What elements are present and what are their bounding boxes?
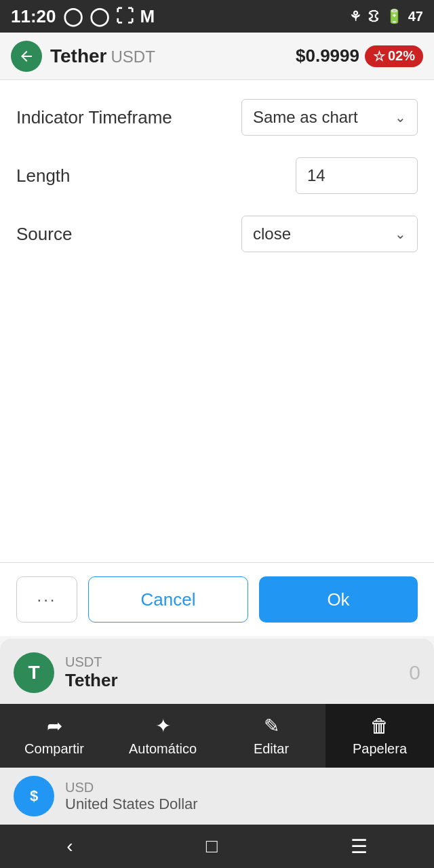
usd-icon: $ xyxy=(14,776,54,816)
coin-row: T USDT Tether 0 xyxy=(14,652,420,704)
status-time: 11:20 xyxy=(11,6,56,27)
mail-icon: M xyxy=(140,6,155,27)
status-bar-right: ⚘ ⛻ 🔋 47 xyxy=(349,8,423,24)
nav-back-icon[interactable]: ‹ xyxy=(46,829,93,864)
fb-icon-2: ◯ xyxy=(90,6,109,27)
editar-button[interactable]: ✎ Editar xyxy=(217,704,326,768)
ok-label: Ok xyxy=(327,589,349,610)
nav-bar: ‹ □ ☰ xyxy=(0,825,434,868)
usd-info: USD United States Dollar xyxy=(65,780,198,813)
fb-icon-1: ◯ xyxy=(63,6,83,27)
source-row: Source close ⌄ xyxy=(16,216,418,252)
edit-icon: ✎ xyxy=(264,715,279,737)
app-bar: Tether USDT $0.9999 ☆ 02% xyxy=(0,33,434,80)
cancel-label: Cancel xyxy=(141,589,196,610)
trash-icon: 🗑 xyxy=(370,715,389,737)
back-button[interactable] xyxy=(11,41,42,72)
app-title-sub: USDT xyxy=(111,47,155,66)
usd-ticker: USD xyxy=(65,780,198,795)
signal-icon: ⛻ xyxy=(367,9,380,24)
share-icon: ➦ xyxy=(47,715,62,737)
papelera-button[interactable]: 🗑 Papelera xyxy=(326,704,434,768)
source-select[interactable]: close ⌄ xyxy=(241,216,418,252)
length-row: Length xyxy=(16,157,418,194)
indicator-timeframe-label: Indicator Timeframe xyxy=(16,107,172,128)
app-bar-right: $0.9999 ☆ 02% xyxy=(296,45,423,67)
indicator-timeframe-value: Same as chart xyxy=(253,108,358,127)
ok-button[interactable]: Ok xyxy=(259,576,418,623)
gallery-icon: ⛶ xyxy=(116,6,134,27)
wifi-icon: ⚘ xyxy=(349,8,361,24)
star-icon: ☆ xyxy=(373,48,385,64)
status-bar: 11:20 ◯ ◯ ⛶ M ⚘ ⛻ 🔋 47 xyxy=(0,0,434,33)
coin-ticker: USDT xyxy=(65,654,398,670)
more-icon: ··· xyxy=(37,590,56,609)
badge-button[interactable]: ☆ 02% xyxy=(365,45,423,67)
automatico-button[interactable]: ✦ Automático xyxy=(108,704,217,768)
battery-level: 47 xyxy=(408,9,423,24)
source-label: Source xyxy=(16,224,72,245)
automatico-label: Automático xyxy=(129,741,197,757)
usd-name: United States Dollar xyxy=(65,795,198,813)
nav-menu-icon[interactable]: ☰ xyxy=(330,829,388,865)
auto-icon: ✦ xyxy=(155,715,171,737)
action-bar: ··· Cancel Ok xyxy=(0,562,434,636)
nav-home-icon[interactable]: □ xyxy=(186,829,238,864)
bottom-card: T USDT Tether 0 xyxy=(0,639,434,704)
app-title-main: Tether xyxy=(50,45,107,67)
price-label: $0.9999 xyxy=(296,45,359,66)
status-bar-left: 11:20 ◯ ◯ ⛶ M xyxy=(11,6,155,27)
app-bar-title: Tether USDT xyxy=(50,45,288,67)
indicator-timeframe-select[interactable]: Same as chart ⌄ xyxy=(241,99,418,136)
coin-zero: 0 xyxy=(409,661,420,684)
tether-icon: T xyxy=(14,652,54,693)
second-coin-row: $ USD United States Dollar xyxy=(0,768,434,825)
form-area: Indicator Timeframe Same as chart ⌄ Leng… xyxy=(0,80,434,562)
source-value: close xyxy=(253,224,291,243)
battery-icon: 🔋 xyxy=(386,8,403,24)
compartir-label: Compartir xyxy=(24,741,84,757)
length-input[interactable] xyxy=(296,157,418,194)
coin-name: Tether xyxy=(65,670,398,691)
badge-percent: 02% xyxy=(388,48,415,64)
more-button[interactable]: ··· xyxy=(16,576,77,623)
length-label: Length xyxy=(16,165,71,186)
coin-info: USDT Tether xyxy=(65,654,398,691)
papelera-label: Papelera xyxy=(353,741,407,757)
bottom-actions: ➦ Compartir ✦ Automático ✎ Editar 🗑 Pape… xyxy=(0,704,434,768)
indicator-timeframe-row: Indicator Timeframe Same as chart ⌄ xyxy=(16,99,418,136)
chevron-down-icon: ⌄ xyxy=(395,109,406,125)
editar-label: Editar xyxy=(254,741,289,757)
chevron-down-icon-2: ⌄ xyxy=(395,226,406,242)
cancel-button[interactable]: Cancel xyxy=(88,576,248,623)
compartir-button[interactable]: ➦ Compartir xyxy=(0,704,108,768)
